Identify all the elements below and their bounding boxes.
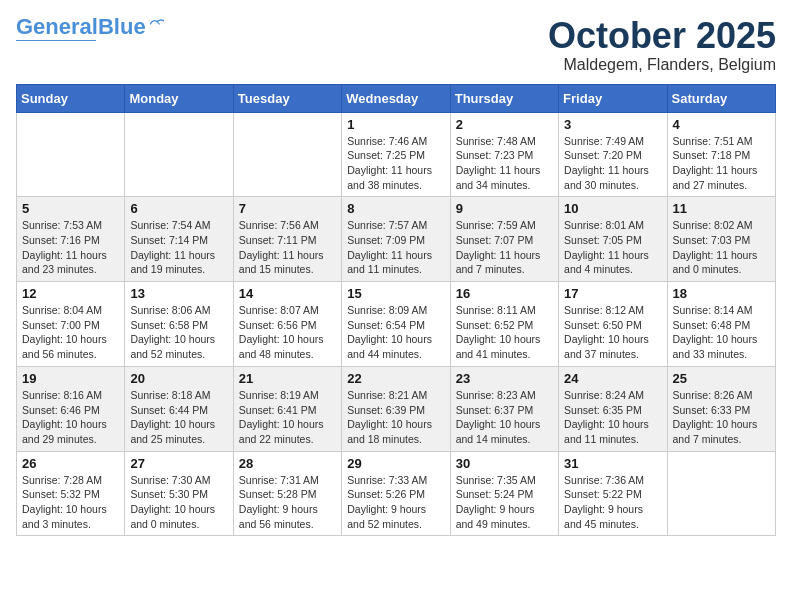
day-info: Sunrise: 7:28 AM Sunset: 5:32 PM Dayligh… [22, 473, 119, 532]
day-number: 26 [22, 456, 119, 471]
calendar-cell: 1Sunrise: 7:46 AM Sunset: 7:25 PM Daylig… [342, 112, 450, 197]
day-info: Sunrise: 7:31 AM Sunset: 5:28 PM Dayligh… [239, 473, 336, 532]
day-info: Sunrise: 7:48 AM Sunset: 7:23 PM Dayligh… [456, 134, 553, 193]
calendar-cell [233, 112, 341, 197]
calendar-cell: 28Sunrise: 7:31 AM Sunset: 5:28 PM Dayli… [233, 451, 341, 536]
logo-bird-icon [150, 18, 164, 28]
day-number: 12 [22, 286, 119, 301]
day-number: 23 [456, 371, 553, 386]
day-info: Sunrise: 8:23 AM Sunset: 6:37 PM Dayligh… [456, 388, 553, 447]
calendar-cell: 14Sunrise: 8:07 AM Sunset: 6:56 PM Dayli… [233, 282, 341, 367]
day-info: Sunrise: 7:56 AM Sunset: 7:11 PM Dayligh… [239, 218, 336, 277]
day-info: Sunrise: 8:07 AM Sunset: 6:56 PM Dayligh… [239, 303, 336, 362]
page-header: GeneralBlue October 2025 Maldegem, Fland… [16, 16, 776, 74]
day-info: Sunrise: 8:12 AM Sunset: 6:50 PM Dayligh… [564, 303, 661, 362]
day-number: 30 [456, 456, 553, 471]
day-info: Sunrise: 8:16 AM Sunset: 6:46 PM Dayligh… [22, 388, 119, 447]
calendar-cell: 20Sunrise: 8:18 AM Sunset: 6:44 PM Dayli… [125, 366, 233, 451]
day-number: 24 [564, 371, 661, 386]
calendar-table: SundayMondayTuesdayWednesdayThursdayFrid… [16, 84, 776, 537]
calendar-cell: 9Sunrise: 7:59 AM Sunset: 7:07 PM Daylig… [450, 197, 558, 282]
day-number: 28 [239, 456, 336, 471]
day-number: 2 [456, 117, 553, 132]
week-row-2: 5Sunrise: 7:53 AM Sunset: 7:16 PM Daylig… [17, 197, 776, 282]
weekday-header-sunday: Sunday [17, 84, 125, 112]
day-number: 1 [347, 117, 444, 132]
title-block: October 2025 Maldegem, Flanders, Belgium [548, 16, 776, 74]
day-info: Sunrise: 7:54 AM Sunset: 7:14 PM Dayligh… [130, 218, 227, 277]
week-row-1: 1Sunrise: 7:46 AM Sunset: 7:25 PM Daylig… [17, 112, 776, 197]
day-info: Sunrise: 7:30 AM Sunset: 5:30 PM Dayligh… [130, 473, 227, 532]
day-number: 25 [673, 371, 770, 386]
calendar-cell: 3Sunrise: 7:49 AM Sunset: 7:20 PM Daylig… [559, 112, 667, 197]
day-number: 21 [239, 371, 336, 386]
calendar-cell: 24Sunrise: 8:24 AM Sunset: 6:35 PM Dayli… [559, 366, 667, 451]
day-number: 8 [347, 201, 444, 216]
day-number: 9 [456, 201, 553, 216]
day-number: 14 [239, 286, 336, 301]
day-number: 6 [130, 201, 227, 216]
calendar-cell: 23Sunrise: 8:23 AM Sunset: 6:37 PM Dayli… [450, 366, 558, 451]
calendar-cell: 4Sunrise: 7:51 AM Sunset: 7:18 PM Daylig… [667, 112, 775, 197]
location-subtitle: Maldegem, Flanders, Belgium [548, 56, 776, 74]
calendar-cell: 8Sunrise: 7:57 AM Sunset: 7:09 PM Daylig… [342, 197, 450, 282]
calendar-cell: 16Sunrise: 8:11 AM Sunset: 6:52 PM Dayli… [450, 282, 558, 367]
calendar-cell: 31Sunrise: 7:36 AM Sunset: 5:22 PM Dayli… [559, 451, 667, 536]
day-info: Sunrise: 7:36 AM Sunset: 5:22 PM Dayligh… [564, 473, 661, 532]
day-number: 7 [239, 201, 336, 216]
day-info: Sunrise: 7:49 AM Sunset: 7:20 PM Dayligh… [564, 134, 661, 193]
day-info: Sunrise: 8:01 AM Sunset: 7:05 PM Dayligh… [564, 218, 661, 277]
calendar-cell: 6Sunrise: 7:54 AM Sunset: 7:14 PM Daylig… [125, 197, 233, 282]
calendar-cell: 10Sunrise: 8:01 AM Sunset: 7:05 PM Dayli… [559, 197, 667, 282]
calendar-cell [125, 112, 233, 197]
day-number: 18 [673, 286, 770, 301]
day-number: 17 [564, 286, 661, 301]
day-number: 29 [347, 456, 444, 471]
day-number: 20 [130, 371, 227, 386]
day-info: Sunrise: 8:09 AM Sunset: 6:54 PM Dayligh… [347, 303, 444, 362]
calendar-cell: 15Sunrise: 8:09 AM Sunset: 6:54 PM Dayli… [342, 282, 450, 367]
calendar-cell [17, 112, 125, 197]
week-row-3: 12Sunrise: 8:04 AM Sunset: 7:00 PM Dayli… [17, 282, 776, 367]
calendar-cell: 5Sunrise: 7:53 AM Sunset: 7:16 PM Daylig… [17, 197, 125, 282]
calendar-cell: 12Sunrise: 8:04 AM Sunset: 7:00 PM Dayli… [17, 282, 125, 367]
day-info: Sunrise: 7:53 AM Sunset: 7:16 PM Dayligh… [22, 218, 119, 277]
calendar-cell: 18Sunrise: 8:14 AM Sunset: 6:48 PM Dayli… [667, 282, 775, 367]
weekday-header-row: SundayMondayTuesdayWednesdayThursdayFrid… [17, 84, 776, 112]
day-info: Sunrise: 8:02 AM Sunset: 7:03 PM Dayligh… [673, 218, 770, 277]
calendar-cell: 26Sunrise: 7:28 AM Sunset: 5:32 PM Dayli… [17, 451, 125, 536]
day-info: Sunrise: 8:04 AM Sunset: 7:00 PM Dayligh… [22, 303, 119, 362]
day-number: 4 [673, 117, 770, 132]
week-row-5: 26Sunrise: 7:28 AM Sunset: 5:32 PM Dayli… [17, 451, 776, 536]
calendar-cell: 19Sunrise: 8:16 AM Sunset: 6:46 PM Dayli… [17, 366, 125, 451]
calendar-cell: 2Sunrise: 7:48 AM Sunset: 7:23 PM Daylig… [450, 112, 558, 197]
weekday-header-thursday: Thursday [450, 84, 558, 112]
day-info: Sunrise: 8:06 AM Sunset: 6:58 PM Dayligh… [130, 303, 227, 362]
day-number: 13 [130, 286, 227, 301]
logo: GeneralBlue [16, 16, 164, 41]
weekday-header-saturday: Saturday [667, 84, 775, 112]
day-number: 10 [564, 201, 661, 216]
day-info: Sunrise: 8:26 AM Sunset: 6:33 PM Dayligh… [673, 388, 770, 447]
day-info: Sunrise: 7:59 AM Sunset: 7:07 PM Dayligh… [456, 218, 553, 277]
day-number: 5 [22, 201, 119, 216]
day-info: Sunrise: 8:24 AM Sunset: 6:35 PM Dayligh… [564, 388, 661, 447]
day-number: 16 [456, 286, 553, 301]
day-info: Sunrise: 8:21 AM Sunset: 6:39 PM Dayligh… [347, 388, 444, 447]
weekday-header-friday: Friday [559, 84, 667, 112]
calendar-cell: 29Sunrise: 7:33 AM Sunset: 5:26 PM Dayli… [342, 451, 450, 536]
calendar-cell: 7Sunrise: 7:56 AM Sunset: 7:11 PM Daylig… [233, 197, 341, 282]
day-info: Sunrise: 7:35 AM Sunset: 5:24 PM Dayligh… [456, 473, 553, 532]
day-number: 11 [673, 201, 770, 216]
day-number: 15 [347, 286, 444, 301]
day-number: 3 [564, 117, 661, 132]
day-info: Sunrise: 8:11 AM Sunset: 6:52 PM Dayligh… [456, 303, 553, 362]
weekday-header-wednesday: Wednesday [342, 84, 450, 112]
day-number: 22 [347, 371, 444, 386]
weekday-header-tuesday: Tuesday [233, 84, 341, 112]
day-info: Sunrise: 7:57 AM Sunset: 7:09 PM Dayligh… [347, 218, 444, 277]
calendar-cell: 22Sunrise: 8:21 AM Sunset: 6:39 PM Dayli… [342, 366, 450, 451]
calendar-cell: 13Sunrise: 8:06 AM Sunset: 6:58 PM Dayli… [125, 282, 233, 367]
calendar-cell: 30Sunrise: 7:35 AM Sunset: 5:24 PM Dayli… [450, 451, 558, 536]
calendar-cell: 25Sunrise: 8:26 AM Sunset: 6:33 PM Dayli… [667, 366, 775, 451]
